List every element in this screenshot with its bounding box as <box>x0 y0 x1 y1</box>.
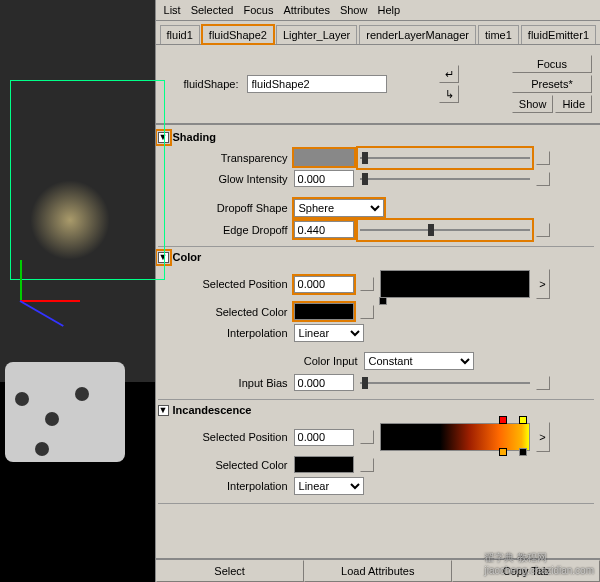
color-selpos-field[interactable] <box>294 276 354 293</box>
menu-selected[interactable]: Selected <box>191 4 234 16</box>
color-selcolor-swatch[interactable] <box>294 303 354 320</box>
input-bias-map-button[interactable] <box>536 376 550 390</box>
node-name-field[interactable] <box>247 75 387 93</box>
shading-title: Shading <box>173 131 216 143</box>
dropoff-shape-select[interactable]: Sphere <box>294 199 384 217</box>
go-to-output-button[interactable]: ↳ <box>439 85 459 103</box>
viewport-mesh <box>5 362 125 462</box>
edge-dropoff-field[interactable] <box>294 221 354 238</box>
glow-intensity-field[interactable] <box>294 170 354 187</box>
incan-selcolor-label: Selected Color <box>158 459 288 471</box>
copy-tab-button[interactable]: Copy Tab <box>452 560 600 582</box>
incan-interp-label: Interpolation <box>158 480 288 492</box>
node-name-label: fluidShape: <box>164 78 239 90</box>
incan-ramp-expand-button[interactable]: > <box>536 422 550 452</box>
color-ramp[interactable] <box>380 270 530 298</box>
tab-lighter-layer[interactable]: Lighter_Layer <box>276 25 357 44</box>
transparency-swatch[interactable] <box>294 149 354 166</box>
color-interp-label: Interpolation <box>158 327 288 339</box>
glow-intensity-label: Glow Intensity <box>158 173 288 185</box>
section-incandescence: ▼ Incandescence Selected Position <box>158 402 594 504</box>
glow-intensity-slider[interactable] <box>360 171 530 187</box>
viewport-model <box>5 312 165 462</box>
viewport-panel[interactable] <box>0 0 156 582</box>
tab-time1[interactable]: time1 <box>478 25 519 44</box>
color-selpos-label: Selected Position <box>158 278 288 290</box>
dropoff-shape-label: Dropoff Shape <box>158 202 288 214</box>
color-input-label: Color Input <box>158 355 358 367</box>
edge-dropoff-map-button[interactable] <box>536 223 550 237</box>
menubar: List Selected Focus Attributes Show Help <box>156 0 600 21</box>
input-bias-label: Input Bias <box>158 377 288 389</box>
edge-dropoff-label: Edge Dropoff <box>158 224 288 236</box>
glow-intensity-map-button[interactable] <box>536 172 550 186</box>
incan-selcolor-swatch[interactable] <box>294 456 354 473</box>
incan-selpos-map-button[interactable] <box>360 430 374 444</box>
gizmo-x-axis <box>20 300 80 302</box>
incan-selpos-field[interactable] <box>294 429 354 446</box>
tab-fluidshape2[interactable]: fluidShape2 <box>202 25 274 44</box>
incan-interp-select[interactable]: Linear <box>294 477 364 495</box>
input-bias-field[interactable] <box>294 374 354 391</box>
ramp-marker-icon[interactable] <box>379 297 387 305</box>
bottom-bar: Select Load Attributes Copy Tab <box>156 558 600 582</box>
select-button[interactable]: Select <box>156 560 304 582</box>
presets-button[interactable]: Presets* <box>512 75 592 93</box>
color-ramp-expand-button[interactable]: > <box>536 269 550 299</box>
color-input-select[interactable]: Constant <box>364 352 474 370</box>
viewport-gizmo <box>20 300 120 302</box>
menu-show[interactable]: Show <box>340 4 368 16</box>
focus-button[interactable]: Focus <box>512 55 592 73</box>
menu-help[interactable]: Help <box>377 4 400 16</box>
attribute-editor-panel: List Selected Focus Attributes Show Help… <box>156 0 600 582</box>
color-selpos-map-button[interactable] <box>360 277 374 291</box>
incan-selcolor-map-button[interactable] <box>360 458 374 472</box>
node-header: fluidShape: ↵ ↳ Focus Presets* Show Hide <box>156 45 600 125</box>
incandescence-title: Incandescence <box>173 404 252 416</box>
incan-ramp[interactable] <box>380 423 530 451</box>
viewport-bounding-box <box>10 80 165 280</box>
tab-bar: fluid1 fluidShape2 Lighter_Layer renderL… <box>156 21 600 45</box>
section-shading: ▼ Shading Transparency Glow Intensity <box>158 129 594 247</box>
color-interp-select[interactable]: Linear <box>294 324 364 342</box>
load-attributes-button[interactable]: Load Attributes <box>304 560 452 582</box>
input-bias-slider[interactable] <box>360 375 530 391</box>
menu-attributes[interactable]: Attributes <box>283 4 329 16</box>
tab-renderlayermanager[interactable]: renderLayerManager <box>359 25 476 44</box>
go-to-input-button[interactable]: ↵ <box>439 65 459 83</box>
tab-fluid1[interactable]: fluid1 <box>160 25 200 44</box>
hide-button[interactable]: Hide <box>555 95 592 113</box>
ramp-marker-yellow-icon[interactable] <box>519 416 527 424</box>
color-selcolor-label: Selected Color <box>158 306 288 318</box>
tab-fluidemitter1[interactable]: fluidEmitter1 <box>521 25 596 44</box>
gizmo-y-axis <box>20 260 22 300</box>
attribute-body[interactable]: ▼ Shading Transparency Glow Intensity <box>156 125 600 558</box>
section-color: ▼ Color Selected Position > Selected <box>158 249 594 400</box>
menu-focus[interactable]: Focus <box>243 4 273 16</box>
incan-selpos-label: Selected Position <box>158 431 288 443</box>
menu-list[interactable]: List <box>164 4 181 16</box>
transparency-map-button[interactable] <box>536 151 550 165</box>
transparency-slider[interactable] <box>360 150 530 166</box>
ramp-marker-black-icon[interactable] <box>519 448 527 456</box>
ramp-marker-red-icon[interactable] <box>499 416 507 424</box>
show-button[interactable]: Show <box>512 95 554 113</box>
edge-dropoff-slider[interactable] <box>360 222 530 238</box>
color-selcolor-map-button[interactable] <box>360 305 374 319</box>
transparency-label: Transparency <box>158 152 288 164</box>
ramp-marker-orange-icon[interactable] <box>499 448 507 456</box>
color-title: Color <box>173 251 202 263</box>
